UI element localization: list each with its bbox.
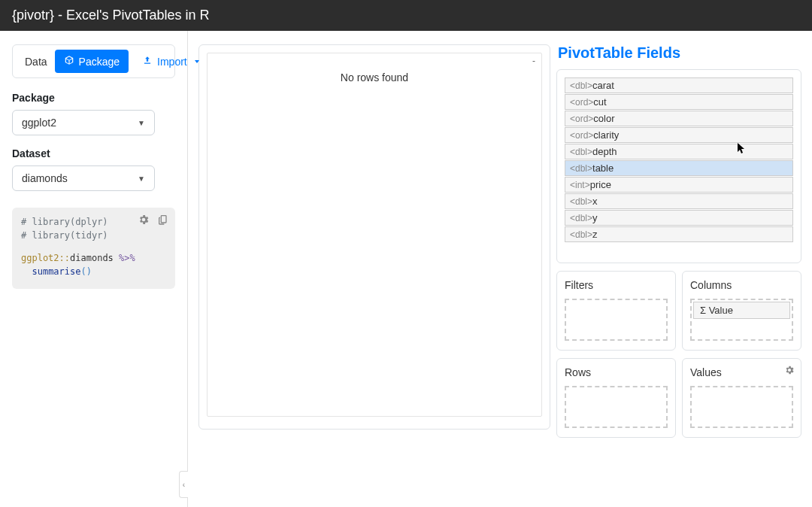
field-type: <dbl>: [570, 196, 592, 207]
table-header-corner: -: [532, 56, 535, 66]
app-title: {pivotr} - Excel's PivotTables in R: [12, 8, 210, 23]
dataset-select[interactable]: diamonds ▼: [12, 165, 155, 191]
field-type: <dbl>: [570, 163, 592, 174]
field-name: price: [590, 179, 611, 190]
code-indent: [21, 266, 32, 277]
field-type: <dbl>: [570, 229, 592, 240]
code-fn: summarise: [32, 266, 80, 277]
chevron-down-icon: ▼: [138, 119, 145, 127]
values-gear-icon[interactable]: [784, 365, 795, 378]
tab-data[interactable]: Data: [20, 51, 52, 72]
field-name: table: [592, 162, 614, 174]
rows-dropzone[interactable]: [565, 386, 668, 428]
sidebar: Data Package Import Package ggplot2 ▼: [0, 31, 188, 507]
tab-package[interactable]: Package: [55, 50, 129, 73]
code-pipe: %>%: [119, 253, 135, 263]
values-dropzone[interactable]: [690, 386, 793, 428]
field-item-carat[interactable]: <dbl>carat: [565, 77, 793, 93]
main: - No rows found PivotTable Fields <dbl>c…: [188, 31, 812, 507]
field-name: z: [592, 229, 598, 240]
field-type: <ord>: [570, 97, 593, 108]
field-item-table[interactable]: <dbl>table: [565, 160, 793, 176]
code-preview: # library(dplyr) # library(tidyr) ggplot…: [12, 208, 175, 289]
package-select[interactable]: ggplot2 ▼: [12, 110, 155, 135]
field-type: <ord>: [570, 114, 593, 124]
field-item-color[interactable]: <ord>color: [565, 111, 793, 126]
app-header: {pivotr} - Excel's PivotTables in R: [0, 0, 812, 31]
dataset-label: Dataset: [12, 147, 175, 159]
field-type: <int>: [570, 180, 590, 190]
clipboard-icon[interactable]: [157, 214, 169, 229]
rows-label: Rows: [565, 366, 668, 378]
no-rows-message: No rows found: [212, 71, 537, 83]
gear-icon[interactable]: [138, 214, 150, 229]
field-name: cut: [593, 96, 606, 108]
field-type: <dbl>: [570, 80, 592, 91]
field-type: <dbl>: [570, 213, 592, 223]
field-item-clarity[interactable]: <ord>clarity: [565, 127, 793, 143]
field-type: <dbl>: [570, 147, 592, 157]
tab-package-label: Package: [79, 56, 120, 68]
result-table-card: - No rows found: [198, 44, 550, 430]
field-name: depth: [592, 146, 617, 157]
sidebar-tabs: Data Package Import: [12, 44, 175, 78]
field-name: carat: [592, 80, 614, 91]
code-ns: ggplot2::: [21, 253, 70, 263]
upload-icon: [142, 55, 153, 68]
rows-zone: Rows: [556, 358, 676, 438]
sidebar-collapse-toggle[interactable]: ‹: [179, 471, 188, 498]
cube-icon: [64, 55, 74, 68]
filters-label: Filters: [565, 279, 668, 291]
values-zone: Values: [682, 358, 801, 438]
package-value: ggplot2: [22, 117, 56, 129]
tab-import-label: Import: [157, 56, 187, 68]
values-label: Values: [690, 366, 793, 378]
field-name: color: [593, 113, 614, 124]
columns-label: Columns: [690, 279, 793, 291]
field-item-price[interactable]: <int>price: [565, 177, 793, 193]
field-name: clarity: [593, 129, 619, 141]
columns-dropzone[interactable]: Σ Value: [690, 299, 793, 341]
filters-zone: Filters: [556, 271, 676, 351]
fields-list: <dbl>carat<ord>cut<ord>color<ord>clarity…: [556, 69, 801, 263]
field-item-cut[interactable]: <ord>cut: [565, 94, 793, 110]
package-label: Package: [12, 92, 175, 104]
columns-item-sigma[interactable]: Σ Value: [693, 302, 790, 319]
field-item-y[interactable]: <dbl>y: [565, 210, 793, 226]
field-item-z[interactable]: <dbl>z: [565, 226, 793, 242]
field-name: y: [592, 212, 598, 223]
code-paren: (): [80, 266, 91, 277]
code-line-1: # library(dplyr): [21, 217, 108, 227]
code-obj: diamonds: [70, 253, 119, 263]
code-line-2: # library(tidyr): [21, 230, 108, 241]
columns-zone: Columns Σ Value: [682, 271, 801, 351]
field-item-depth[interactable]: <dbl>depth: [565, 144, 793, 159]
filters-dropzone[interactable]: [565, 299, 668, 341]
chevron-down-icon: ▼: [138, 175, 145, 183]
dataset-value: diamonds: [22, 172, 68, 184]
field-type: <ord>: [570, 130, 593, 141]
pivot-fields-title: PivotTable Fields: [556, 44, 801, 62]
svg-rect-0: [161, 216, 166, 223]
field-name: x: [592, 196, 598, 207]
result-table: - No rows found: [207, 53, 542, 417]
field-item-x[interactable]: <dbl>x: [565, 193, 793, 209]
tab-import[interactable]: Import: [136, 50, 205, 72]
